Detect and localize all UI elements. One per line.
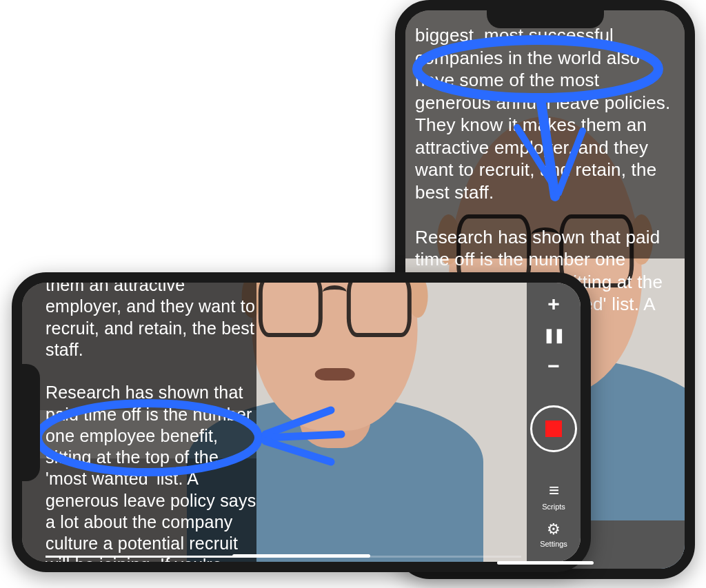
notch [487, 10, 604, 28]
settings-label: Settings [540, 540, 567, 548]
teleprompter-text-landscape: them an attractive employer, and they wa… [46, 274, 259, 572]
settings-icon: ⚙ [547, 520, 561, 538]
pause-button[interactable]: ❚❚ [543, 327, 564, 343]
stop-icon [545, 420, 562, 437]
notch-landscape [22, 364, 40, 481]
scripts-button[interactable]: ≡ Scripts [542, 480, 565, 511]
home-indicator-landscape [232, 554, 370, 558]
scripts-icon: ≡ [549, 480, 558, 501]
settings-button[interactable]: ⚙ Settings [540, 520, 567, 548]
record-button[interactable] [530, 405, 577, 452]
scripts-label: Scripts [542, 503, 565, 511]
phone-landscape: them an attractive employer, and they wa… [12, 272, 591, 572]
speed-increase-button[interactable]: + [547, 292, 560, 316]
control-sidebar: + ❚❚ − ≡ Scripts ⚙ Settings [527, 283, 581, 562]
stage: biggest, most successful companies in th… [0, 0, 706, 588]
speed-decrease-button[interactable]: − [547, 354, 560, 378]
home-indicator [497, 561, 594, 565]
